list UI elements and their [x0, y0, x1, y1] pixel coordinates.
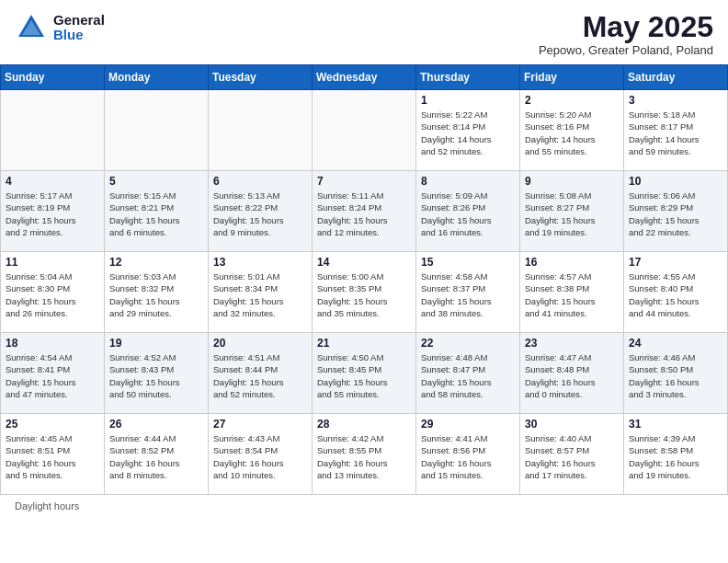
day-number: 4	[6, 175, 99, 188]
day-info: Sunrise: 4:51 AM Sunset: 8:44 PM Dayligh…	[213, 351, 307, 400]
day-number: 20	[213, 337, 307, 350]
day-number: 29	[421, 418, 515, 431]
calendar-cell: 9Sunrise: 5:08 AM Sunset: 8:27 PM Daylig…	[520, 171, 624, 252]
day-info: Sunrise: 5:06 AM Sunset: 8:29 PM Dayligh…	[629, 190, 722, 238]
calendar-week-row: 11Sunrise: 5:04 AM Sunset: 8:30 PM Dayli…	[1, 252, 728, 333]
day-number: 26	[109, 418, 203, 431]
day-info: Sunrise: 4:52 AM Sunset: 8:43 PM Dayligh…	[109, 351, 203, 400]
calendar-cell: 3Sunrise: 5:18 AM Sunset: 8:17 PM Daylig…	[624, 90, 728, 171]
calendar-header-monday: Monday	[105, 65, 209, 90]
calendar-cell: 2Sunrise: 5:20 AM Sunset: 8:16 PM Daylig…	[520, 90, 624, 171]
calendar-cell: 10Sunrise: 5:06 AM Sunset: 8:29 PM Dayli…	[624, 171, 728, 252]
logo: General Blue	[15, 11, 105, 44]
calendar-cell: 12Sunrise: 5:03 AM Sunset: 8:32 PM Dayli…	[105, 252, 209, 333]
footer: Daylight hours	[0, 495, 728, 517]
day-info: Sunrise: 4:57 AM Sunset: 8:38 PM Dayligh…	[525, 270, 619, 319]
calendar-cell: 29Sunrise: 4:41 AM Sunset: 8:56 PM Dayli…	[416, 414, 520, 495]
calendar-header-sunday: Sunday	[1, 65, 105, 90]
day-info: Sunrise: 4:41 AM Sunset: 8:56 PM Dayligh…	[421, 432, 515, 481]
day-number: 13	[213, 256, 307, 269]
day-info: Sunrise: 4:44 AM Sunset: 8:52 PM Dayligh…	[109, 432, 203, 481]
day-info: Sunrise: 4:42 AM Sunset: 8:55 PM Dayligh…	[317, 432, 411, 481]
calendar-cell: 19Sunrise: 4:52 AM Sunset: 8:43 PM Dayli…	[105, 333, 209, 414]
calendar-cell: 8Sunrise: 5:09 AM Sunset: 8:26 PM Daylig…	[416, 171, 520, 252]
calendar-cell: 28Sunrise: 4:42 AM Sunset: 8:55 PM Dayli…	[313, 414, 416, 495]
calendar-cell: 22Sunrise: 4:48 AM Sunset: 8:47 PM Dayli…	[416, 333, 520, 414]
footer-note: Daylight hours	[15, 500, 79, 511]
day-number: 27	[213, 418, 307, 431]
day-info: Sunrise: 5:09 AM Sunset: 8:26 PM Dayligh…	[421, 190, 515, 238]
page-subtitle: Pepowo, Greater Poland, Poland	[539, 43, 713, 57]
calendar-header-tuesday: Tuesday	[209, 65, 313, 90]
day-number: 22	[421, 337, 515, 350]
calendar-cell: 7Sunrise: 5:11 AM Sunset: 8:24 PM Daylig…	[313, 171, 416, 252]
day-number: 19	[109, 337, 203, 350]
calendar-cell: 5Sunrise: 5:15 AM Sunset: 8:21 PM Daylig…	[105, 171, 209, 252]
day-number: 12	[109, 256, 203, 269]
day-info: Sunrise: 4:46 AM Sunset: 8:50 PM Dayligh…	[629, 351, 722, 400]
calendar-cell: 25Sunrise: 4:45 AM Sunset: 8:51 PM Dayli…	[1, 414, 105, 495]
calendar-cell: 20Sunrise: 4:51 AM Sunset: 8:44 PM Dayli…	[209, 333, 313, 414]
day-info: Sunrise: 4:39 AM Sunset: 8:58 PM Dayligh…	[629, 432, 722, 481]
calendar-cell: 6Sunrise: 5:13 AM Sunset: 8:22 PM Daylig…	[209, 171, 313, 252]
day-number: 6	[213, 175, 307, 188]
day-number: 14	[317, 256, 411, 269]
calendar-cell: 15Sunrise: 4:58 AM Sunset: 8:37 PM Dayli…	[416, 252, 520, 333]
day-number: 7	[317, 175, 411, 188]
logo-blue-text: Blue	[53, 28, 105, 43]
calendar-cell: 13Sunrise: 5:01 AM Sunset: 8:34 PM Dayli…	[209, 252, 313, 333]
day-info: Sunrise: 5:03 AM Sunset: 8:32 PM Dayligh…	[109, 270, 203, 319]
title-section: May 2025 Pepowo, Greater Poland, Poland	[539, 11, 713, 57]
calendar-cell	[209, 90, 313, 171]
day-number: 2	[525, 94, 619, 107]
day-info: Sunrise: 5:20 AM Sunset: 8:16 PM Dayligh…	[525, 109, 619, 157]
day-number: 15	[421, 256, 515, 269]
day-number: 3	[629, 94, 722, 107]
day-info: Sunrise: 4:50 AM Sunset: 8:45 PM Dayligh…	[317, 351, 411, 400]
calendar-cell: 4Sunrise: 5:17 AM Sunset: 8:19 PM Daylig…	[1, 171, 105, 252]
day-info: Sunrise: 4:45 AM Sunset: 8:51 PM Dayligh…	[6, 432, 99, 481]
calendar-header-friday: Friday	[520, 65, 624, 90]
calendar-header-wednesday: Wednesday	[313, 65, 416, 90]
day-info: Sunrise: 4:47 AM Sunset: 8:48 PM Dayligh…	[525, 351, 619, 400]
calendar-header-thursday: Thursday	[416, 65, 520, 90]
day-number: 30	[525, 418, 619, 431]
calendar-header-row: SundayMondayTuesdayWednesdayThursdayFrid…	[1, 65, 728, 90]
day-info: Sunrise: 5:01 AM Sunset: 8:34 PM Dayligh…	[213, 270, 307, 319]
calendar-cell: 30Sunrise: 4:40 AM Sunset: 8:57 PM Dayli…	[520, 414, 624, 495]
day-info: Sunrise: 4:43 AM Sunset: 8:54 PM Dayligh…	[213, 432, 307, 481]
calendar-cell: 18Sunrise: 4:54 AM Sunset: 8:41 PM Dayli…	[1, 333, 105, 414]
day-info: Sunrise: 5:22 AM Sunset: 8:14 PM Dayligh…	[421, 109, 515, 157]
day-info: Sunrise: 4:54 AM Sunset: 8:41 PM Dayligh…	[6, 351, 99, 400]
day-info: Sunrise: 5:08 AM Sunset: 8:27 PM Dayligh…	[525, 190, 619, 238]
page-header: General Blue May 2025 Pepowo, Greater Po…	[0, 0, 728, 64]
day-number: 18	[6, 337, 99, 350]
day-number: 23	[525, 337, 619, 350]
day-number: 17	[629, 256, 722, 269]
day-number: 8	[421, 175, 515, 188]
day-info: Sunrise: 4:48 AM Sunset: 8:47 PM Dayligh…	[421, 351, 515, 400]
calendar-cell	[105, 90, 209, 171]
day-info: Sunrise: 5:18 AM Sunset: 8:17 PM Dayligh…	[629, 109, 722, 157]
logo-icon	[15, 11, 48, 44]
calendar-cell: 16Sunrise: 4:57 AM Sunset: 8:38 PM Dayli…	[520, 252, 624, 333]
calendar-cell: 27Sunrise: 4:43 AM Sunset: 8:54 PM Dayli…	[209, 414, 313, 495]
calendar-week-row: 25Sunrise: 4:45 AM Sunset: 8:51 PM Dayli…	[1, 414, 728, 495]
day-info: Sunrise: 4:58 AM Sunset: 8:37 PM Dayligh…	[421, 270, 515, 319]
day-info: Sunrise: 5:13 AM Sunset: 8:22 PM Dayligh…	[213, 190, 307, 238]
page-title: May 2025	[539, 11, 713, 43]
day-info: Sunrise: 5:15 AM Sunset: 8:21 PM Dayligh…	[109, 190, 203, 238]
calendar-header-saturday: Saturday	[624, 65, 728, 90]
calendar-week-row: 1Sunrise: 5:22 AM Sunset: 8:14 PM Daylig…	[1, 90, 728, 171]
day-number: 21	[317, 337, 411, 350]
logo-text: General Blue	[53, 13, 105, 43]
calendar-cell: 17Sunrise: 4:55 AM Sunset: 8:40 PM Dayli…	[624, 252, 728, 333]
day-number: 5	[109, 175, 203, 188]
calendar-cell	[313, 90, 416, 171]
day-number: 10	[629, 175, 722, 188]
calendar-week-row: 18Sunrise: 4:54 AM Sunset: 8:41 PM Dayli…	[1, 333, 728, 414]
day-number: 1	[421, 94, 515, 107]
day-info: Sunrise: 4:40 AM Sunset: 8:57 PM Dayligh…	[525, 432, 619, 481]
calendar-cell: 26Sunrise: 4:44 AM Sunset: 8:52 PM Dayli…	[105, 414, 209, 495]
calendar-cell: 23Sunrise: 4:47 AM Sunset: 8:48 PM Dayli…	[520, 333, 624, 414]
